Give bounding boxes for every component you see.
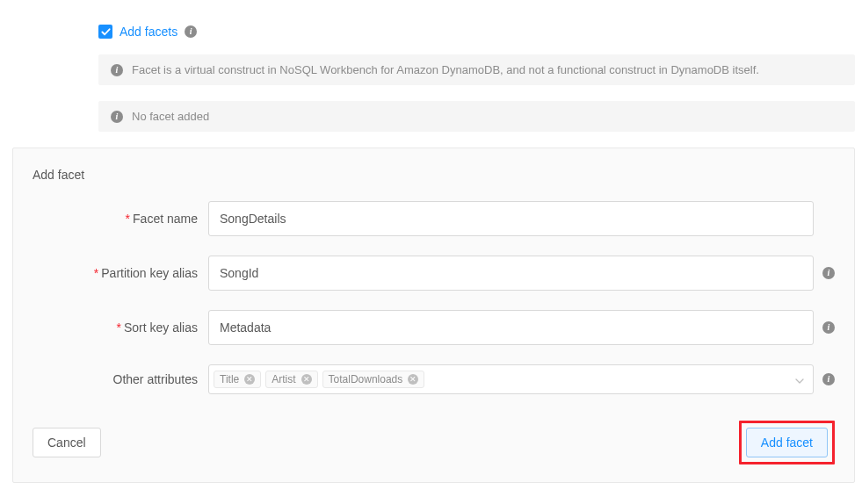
sort-key-alias-label-text: Sort key alias	[124, 320, 198, 335]
other-attributes-row: Other attributes Title ✕ Artist ✕ TotalD…	[33, 364, 835, 394]
facet-name-input[interactable]	[208, 201, 814, 236]
partition-key-alias-input[interactable]	[208, 256, 814, 291]
add-facets-label[interactable]: Add facets	[120, 25, 177, 39]
chevron-down-icon	[795, 372, 804, 386]
button-row: Cancel Add facet	[33, 421, 835, 464]
add-facet-panel: Add facet *Facet name *Partition key ali…	[12, 148, 855, 483]
attribute-tag: Artist ✕	[265, 371, 317, 388]
other-attributes-label: Other attributes	[33, 372, 208, 386]
no-facet-banner: i No facet added	[98, 101, 855, 132]
attribute-tag: TotalDownloads ✕	[322, 371, 425, 388]
info-icon[interactable]: i	[822, 373, 835, 385]
other-attributes-select[interactable]: Title ✕ Artist ✕ TotalDownloads ✕	[208, 364, 814, 394]
add-facets-checkbox[interactable]	[98, 25, 112, 39]
sort-key-alias-input[interactable]	[208, 310, 814, 345]
attribute-tag: Title ✕	[214, 371, 261, 388]
info-icon: i	[111, 111, 123, 123]
close-icon[interactable]: ✕	[408, 374, 418, 385]
sort-key-alias-label: *Sort key alias	[33, 320, 208, 335]
highlight-box: Add facet	[739, 421, 835, 464]
required-mark: *	[94, 266, 98, 280]
facet-name-label-text: Facet name	[133, 212, 198, 226]
check-icon	[101, 27, 111, 37]
close-icon[interactable]: ✕	[301, 374, 312, 385]
required-mark: *	[126, 212, 130, 226]
sort-key-alias-row: *Sort key alias i	[33, 310, 835, 345]
facet-description-text: Facet is a virtual construct in NoSQL Wo…	[132, 63, 759, 76]
other-attributes-label-text: Other attributes	[113, 372, 199, 386]
info-icon[interactable]: i	[822, 321, 835, 334]
tag-label: Artist	[272, 373, 295, 385]
required-mark: *	[117, 320, 121, 335]
tag-label: TotalDownloads	[329, 373, 403, 385]
facet-name-row: *Facet name	[33, 201, 835, 236]
facet-description-banner: i Facet is a virtual construct in NoSQL …	[98, 54, 855, 85]
info-icon[interactable]: i	[185, 25, 197, 38]
info-icon[interactable]: i	[822, 267, 835, 279]
cancel-button[interactable]: Cancel	[33, 428, 101, 457]
tag-label: Title	[220, 373, 239, 385]
add-facets-checkbox-row: Add facets i	[98, 25, 862, 39]
add-facet-button[interactable]: Add facet	[746, 428, 828, 457]
no-facet-text: No facet added	[132, 110, 209, 123]
info-icon: i	[111, 64, 123, 76]
panel-title: Add facet	[33, 168, 835, 182]
close-icon[interactable]: ✕	[244, 374, 255, 385]
partition-key-alias-row: *Partition key alias i	[33, 256, 835, 291]
partition-key-alias-label-text: Partition key alias	[101, 266, 198, 280]
facet-name-label: *Facet name	[33, 212, 208, 226]
partition-key-alias-label: *Partition key alias	[33, 266, 208, 280]
